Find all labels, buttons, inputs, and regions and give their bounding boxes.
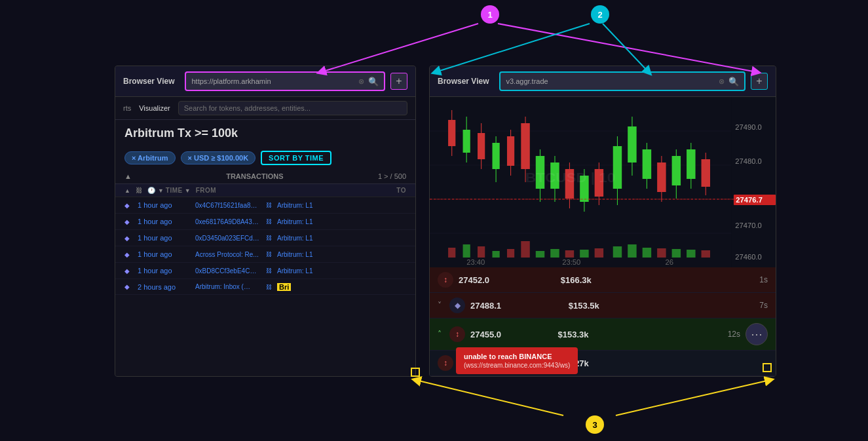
trade-time-3: 12s <box>728 330 740 339</box>
nav-item-rts[interactable]: rts <box>123 104 131 112</box>
chain-link-icon: ⛓ <box>266 284 272 290</box>
tx-hash[interactable]: 0xe68176A9D8A4323Ea3F... <box>195 218 261 225</box>
tx-to[interactable]: Arbitrum: L1 <box>277 235 406 242</box>
trade-row-4: ↕ $127k unable to reach BINANCE (wss://s… <box>430 351 776 376</box>
col-time-sort-down[interactable]: ▼ <box>158 187 164 194</box>
svg-rect-10 <box>478 133 485 159</box>
browser-left-url-close[interactable]: ⊗ <box>358 77 364 86</box>
svg-rect-42 <box>463 244 470 258</box>
browser-left-title: Browser View <box>123 77 174 86</box>
svg-text:27470.0: 27470.0 <box>735 222 762 229</box>
chain-link-icon: ⛓ <box>266 218 272 225</box>
annotation-circle-1 <box>481 5 499 24</box>
browser-left-new-tab[interactable]: + <box>390 73 407 90</box>
svg-rect-55 <box>657 248 666 258</box>
browser-left-url-bar[interactable]: https://platform.arkhamin ⊗ 🔍 <box>185 71 385 91</box>
tx-hash[interactable]: 0xBD8CCf3ebE4CC2D5796... <box>195 267 261 275</box>
svg-rect-47 <box>536 251 544 258</box>
svg-rect-50 <box>580 250 588 258</box>
page-title: Arbitrum Tx >= 100k <box>115 120 415 147</box>
chain-link-icon: ⛓ <box>266 235 272 241</box>
browser-right-new-tab[interactable]: + <box>751 73 768 90</box>
tx-to[interactable]: Arbitrum: L1 <box>277 218 406 225</box>
error-toast-title: unable to reach BINANCE <box>464 353 570 360</box>
svg-rect-57 <box>687 250 695 258</box>
bri-highlight: Bri <box>277 283 291 291</box>
tx-hash[interactable]: 0x4C67f15621faa854324... <box>195 202 261 209</box>
browser-right-url-close[interactable]: ⊗ <box>719 77 725 86</box>
table-row: ◆ 1 hour ago 0xe68176A9D8A4323Ea3F... ⛓ … <box>115 214 415 230</box>
browser-right-url-text: v3.aggr.trade <box>506 77 715 85</box>
tx-to[interactable]: Arbitrum: L1 <box>277 251 406 258</box>
svg-text:27476.7: 27476.7 <box>736 197 763 204</box>
tx-time: 2 hours ago <box>138 283 190 291</box>
transactions-header: ▲ TRANSACTIONS 1 > / 500 <box>115 169 415 184</box>
table-row: ◆ 1 hour ago Across Protocol: Re... ⛓ Ar… <box>115 246 415 263</box>
tx-hash[interactable]: Across Protocol: Re... <box>195 251 261 258</box>
tx-to[interactable]: Arbitrum: L1 <box>277 202 406 209</box>
filter-usd[interactable]: × USD ≥ $100.00K <box>181 151 256 164</box>
browser-left-url-text: https://platform.arkhamin <box>191 77 354 85</box>
col-sort-icon[interactable]: ▲ <box>124 187 130 194</box>
error-toast: unable to reach BINANCE (wss://stream.bi… <box>456 347 578 374</box>
browser-right-url-bar[interactable]: v3.aggr.trade ⊗ 🔍 <box>499 71 745 91</box>
nav-item-visualizer[interactable]: Visualizer <box>139 104 170 112</box>
browser-left-content: rts Visualizer Arbitrum Tx >= 100k × Arb… <box>115 97 415 376</box>
svg-rect-40 <box>702 159 710 187</box>
sell-icon-2: ↕ <box>449 326 465 342</box>
search-input[interactable] <box>178 101 407 115</box>
table-row: ◆ 1 hour ago 0xBD8CCf3ebE4CC2D5796... ⛓ … <box>115 263 415 279</box>
table-row: ◆ 1 hour ago 0xD3450a023EFCd10c28b... ⛓ … <box>115 230 415 246</box>
error-toast-url: (wss://stream.binance.com:9443/ws) <box>464 362 570 369</box>
trade-price-1: 27452.0 <box>459 275 556 285</box>
tx-icon: ◆ <box>124 235 132 242</box>
filter-arbitrum[interactable]: × Arbitrum <box>124 151 176 164</box>
svg-rect-54 <box>643 248 651 258</box>
chevron-down-icon: ˅ <box>438 301 442 310</box>
chart-area: 27490.0 27480.0 27476.7 27470.0 27460.0 … <box>430 97 776 267</box>
tx-to[interactable]: Bri <box>277 283 406 291</box>
trade-price-2: 27488.1 <box>470 301 563 311</box>
annotation-label-2: 2 <box>597 10 602 20</box>
arrow-3-right <box>616 380 770 415</box>
tx-hash[interactable]: 0xD3450a023EFCd10c28b... <box>195 235 261 242</box>
tx-icon: ◆ <box>124 202 132 209</box>
arrow-1-right <box>498 24 757 72</box>
transactions-count: 1 > / 500 <box>378 172 406 180</box>
browser-left-header: Browser View https://platform.arkhamin ⊗… <box>115 66 415 97</box>
col-chain-icon: ⛓ <box>136 187 143 194</box>
svg-rect-41 <box>448 248 455 258</box>
chain-link-icon: ⛓ <box>266 251 272 258</box>
browser-right: Browser View v3.aggr.trade ⊗ 🔍 + <box>429 66 776 377</box>
resize-handle-right[interactable] <box>763 363 772 372</box>
trade-row-buy-1: ˅ ◆ 27488.1 $153.5k 7s <box>430 293 776 318</box>
trade-usd-1: $166.3k <box>561 275 755 285</box>
tx-icon: ◆ <box>124 283 132 290</box>
resize-handle-left[interactable] <box>411 368 420 377</box>
svg-rect-32 <box>643 149 651 179</box>
annotation-label-1: 1 <box>487 10 492 20</box>
sort-by-time-button[interactable]: SORT BY TIME <box>261 151 331 165</box>
tx-icon: ◆ <box>124 267 132 275</box>
col-time-sort-down2[interactable]: ▼ <box>185 187 191 194</box>
tx-time: 1 hour ago <box>138 201 190 209</box>
browser-right-content: 27490.0 27480.0 27476.7 27470.0 27460.0 … <box>430 97 776 376</box>
tx-hash[interactable]: Arbitrum: Inbox (… <box>195 283 261 290</box>
browser-left: Browser View https://platform.arkhamin ⊗… <box>115 66 416 377</box>
trade-price-3: 27455.0 <box>470 330 553 339</box>
arrow-1-left <box>321 24 478 72</box>
svg-rect-51 <box>595 248 603 258</box>
svg-text:23:50: 23:50 <box>562 259 580 266</box>
collapse-icon[interactable]: ▲ <box>124 172 132 180</box>
sell-icon-1: ↕ <box>438 272 453 288</box>
tx-icon: ◆ <box>124 218 132 225</box>
browser-left-search-icon[interactable]: 🔍 <box>368 77 379 86</box>
tx-time: 1 hour ago <box>138 267 190 275</box>
svg-text:26: 26 <box>665 259 673 266</box>
svg-rect-14 <box>507 136 514 166</box>
annotation-circle-2 <box>591 5 609 24</box>
svg-rect-52 <box>613 246 622 258</box>
tx-to[interactable]: Arbitrum: L1 <box>277 267 406 275</box>
more-button[interactable]: ⋯ <box>745 323 768 345</box>
browser-right-search-icon[interactable]: 🔍 <box>728 77 739 86</box>
